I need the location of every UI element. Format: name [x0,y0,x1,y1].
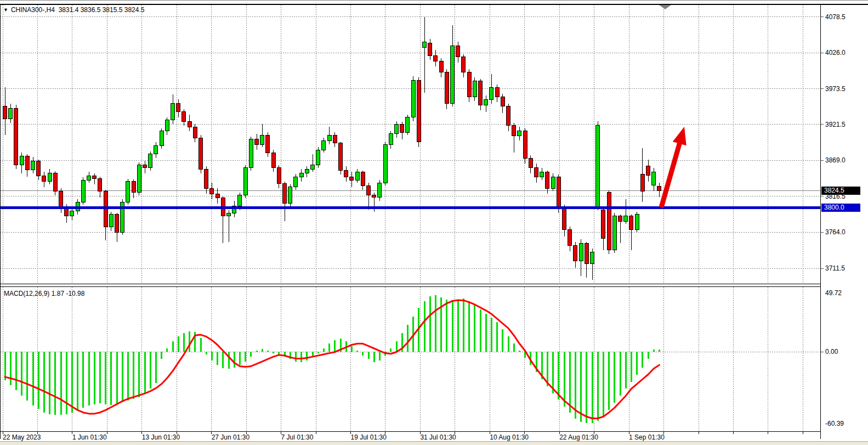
time-axis-label: 10 Aug 01:30 [490,433,529,441]
macd-indicator-label: MACD(12,26,9) 1.87 -10.98 [4,290,84,297]
time-axis-label: 19 Jul 01:30 [351,433,387,441]
price-axis-label: 3921.5 [825,121,846,128]
macd-axis-zero-label: 0.00 [825,348,838,356]
macd-axis-min-label: -60.39 [825,420,844,427]
time-axis-label: 22 May 2023 [3,433,41,441]
panel-divider[interactable] [0,284,821,286]
price-axis-label: 3973.5 [825,85,846,93]
symbol-dropdown-icon[interactable]: ▼ [3,7,8,13]
time-axis-label: 22 Aug 01:30 [559,433,598,441]
price-axis-label: 4026.0 [825,49,846,57]
main-plot-area[interactable] [0,5,821,284]
macd-axis-max-label: 49.72 [825,289,842,297]
time-axis-label: 1 Jun 01:30 [72,433,107,441]
time-axis-label: 13 Jun 01:30 [142,433,180,441]
symbol-period-label: CHINA300-,H4 [11,6,55,14]
time-axis-label: 7 Jul 01:30 [281,433,314,441]
price-axis-label: 3764.0 [825,228,846,236]
symbol-title: ▼CHINA300-,H4 3831.4 3836.5 3815.5 3824.… [3,6,144,14]
price-axis-label: 3869.0 [825,156,846,164]
chart-canvas [0,0,868,445]
time-axis-label: 1 Sep 01:30 [629,433,665,441]
status-strip [0,441,868,445]
current-price-badge: 3824.5 [821,187,860,195]
price-axis-label: 3711.5 [825,264,845,272]
quote-ohlc-label: 3831.4 3836.5 3815.5 3824.5 [59,6,145,14]
time-axis-label: 31 Jul 01:30 [420,433,456,441]
support-line-price-badge: 3800.0 [821,204,860,212]
time-axis-label: 27 Jun 01:30 [212,433,249,441]
price-axis-label: 4078.5 [825,13,846,21]
